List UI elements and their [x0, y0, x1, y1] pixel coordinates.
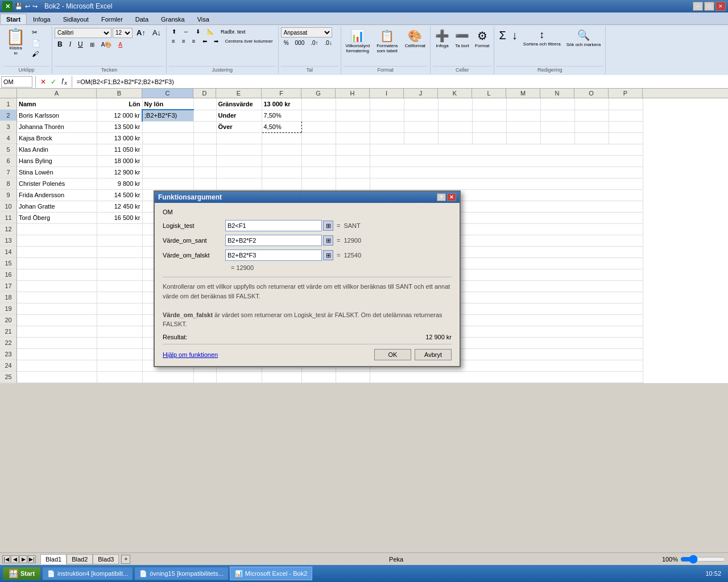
- col-header-o[interactable]: O: [574, 89, 609, 98]
- conditional-format-button[interactable]: 📊 Villkorsstyrd formatering: [344, 27, 372, 55]
- align-bottom-button[interactable]: ⬇: [193, 27, 203, 36]
- dialog-help-button[interactable]: ?: [437, 193, 446, 201]
- delete-cells-button[interactable]: ➖ Ta bort: [453, 27, 471, 50]
- cell-h5[interactable]: [336, 144, 370, 155]
- row-num-8[interactable]: 8: [0, 178, 16, 189]
- cell-a11[interactable]: Tord Öberg: [17, 212, 97, 223]
- cell-i2[interactable]: [370, 110, 404, 121]
- align-left-button[interactable]: ≡: [169, 37, 178, 45]
- increase-decimal-button[interactable]: .0↑: [308, 39, 321, 47]
- col-header-e[interactable]: E: [216, 89, 262, 98]
- cell-f7[interactable]: [262, 167, 301, 178]
- cell-b1[interactable]: Lön: [97, 98, 142, 110]
- cell-g2[interactable]: [301, 110, 336, 121]
- copy-button[interactable]: 📄: [29, 38, 43, 48]
- fill-color-button[interactable]: A🎨: [98, 40, 115, 49]
- cell-b7[interactable]: 12 900 kr: [97, 167, 142, 178]
- percent-button[interactable]: %: [281, 39, 292, 47]
- row-num-6[interactable]: 6: [0, 155, 16, 167]
- decrease-font-button[interactable]: A↓: [150, 27, 164, 38]
- cell-a10[interactable]: Johan Gratte: [17, 201, 97, 212]
- cell-d8[interactable]: [193, 178, 216, 189]
- cell-n3[interactable]: [540, 121, 574, 132]
- tab-visa[interactable]: Visa: [191, 14, 216, 24]
- cell-p1[interactable]: [609, 98, 643, 110]
- restore-button[interactable]: □: [704, 2, 714, 11]
- decrease-decimal-button[interactable]: .0↓: [322, 39, 335, 47]
- cell-b2[interactable]: 12 000 kr: [97, 110, 142, 121]
- row-num-25[interactable]: 25: [0, 371, 16, 383]
- cell-c2[interactable]: ;B2+B2*F3): [142, 110, 193, 121]
- row-num-14[interactable]: 14: [0, 246, 16, 257]
- cell-j3[interactable]: [404, 121, 438, 132]
- arg-picker-logisk-test[interactable]: ⊞: [323, 221, 333, 231]
- cell-a8[interactable]: Christer Polenés: [17, 178, 97, 189]
- cell-i4[interactable]: [370, 132, 404, 144]
- bold-button[interactable]: B: [55, 39, 65, 49]
- italic-button[interactable]: I: [67, 39, 74, 49]
- row-num-16[interactable]: 16: [0, 269, 16, 280]
- row-num-1[interactable]: 1: [0, 98, 16, 110]
- cell-f6[interactable]: [262, 155, 301, 167]
- row-num-3[interactable]: 3: [0, 121, 16, 132]
- col-header-l[interactable]: L: [472, 89, 506, 98]
- cell-a2[interactable]: Boris Karlsson: [17, 110, 97, 121]
- col-header-p[interactable]: P: [609, 89, 643, 98]
- cell-c7[interactable]: [142, 167, 193, 178]
- cell-f1[interactable]: 13 000 kr: [262, 98, 301, 110]
- col-header-f[interactable]: F: [262, 89, 301, 98]
- tab-granska[interactable]: Granska: [155, 14, 191, 24]
- align-center-button[interactable]: ≡: [179, 37, 188, 45]
- cell-d2[interactable]: [193, 110, 216, 121]
- cell-f8[interactable]: [262, 178, 301, 189]
- cell-f5[interactable]: [262, 144, 301, 155]
- cell-f2[interactable]: 7,50%: [262, 110, 301, 121]
- align-middle-button[interactable]: ↔: [180, 27, 192, 36]
- cell-b8[interactable]: 9 800 kr: [97, 178, 142, 189]
- font-color-button[interactable]: A: [115, 40, 125, 49]
- cell-e4[interactable]: [216, 132, 262, 144]
- tab-sidlayout[interactable]: Sidlayout: [57, 14, 95, 24]
- cell-k3[interactable]: [438, 121, 472, 132]
- tab-formler[interactable]: Formler: [95, 14, 129, 24]
- cell-h8[interactable]: [336, 178, 370, 189]
- underline-button[interactable]: U: [75, 39, 86, 49]
- row-num-12[interactable]: 12: [0, 223, 16, 235]
- cell-j2[interactable]: [404, 110, 438, 121]
- close-button[interactable]: ✕: [715, 2, 726, 11]
- format-cells-button[interactable]: ⚙ Format: [473, 27, 491, 50]
- cell-e2[interactable]: Under: [216, 110, 262, 121]
- indent-decrease-button[interactable]: ⬅: [200, 37, 210, 45]
- arg-input-logisk-test[interactable]: [225, 220, 322, 231]
- dialog-cancel-button[interactable]: Avbryt: [415, 349, 452, 360]
- fill-button[interactable]: ↓: [510, 27, 520, 44]
- cell-f4[interactable]: [262, 132, 301, 144]
- cell-e6[interactable]: [216, 155, 262, 167]
- row-num-2[interactable]: 2: [0, 110, 16, 121]
- cell-style-button[interactable]: 🎨 Cellformat: [403, 27, 428, 50]
- cancel-formula-button[interactable]: ✕: [39, 78, 48, 86]
- row-num-17[interactable]: 17: [0, 280, 16, 292]
- merge-center-button[interactable]: Centrera över kolumner: [222, 37, 276, 45]
- col-header-k[interactable]: K: [438, 89, 472, 98]
- sum-button[interactable]: Σ: [497, 27, 508, 44]
- row-num-22[interactable]: 22: [0, 337, 16, 348]
- cell-m3[interactable]: [506, 121, 540, 132]
- paste-button[interactable]: 📋 Klistrain: [3, 27, 28, 57]
- col-header-j[interactable]: J: [404, 89, 438, 98]
- row-num-19[interactable]: 19: [0, 303, 16, 314]
- cell-c3[interactable]: [142, 121, 193, 132]
- cell-rest-7[interactable]: [370, 167, 643, 178]
- arg-picker-varde-falskt[interactable]: ⊞: [323, 250, 333, 260]
- row-num-20[interactable]: 20: [0, 314, 16, 326]
- cell-m4[interactable]: [506, 132, 540, 144]
- row-num-23[interactable]: 23: [0, 348, 16, 360]
- formula-input[interactable]: =OM(B2<F1;B2+B2*F2;B2+B2*F3): [75, 76, 727, 88]
- cell-l4[interactable]: [472, 132, 506, 144]
- cell-d6[interactable]: [193, 155, 216, 167]
- row-num-7[interactable]: 7: [0, 167, 16, 178]
- indent-increase-button[interactable]: ➡: [211, 37, 221, 45]
- quick-access-redo[interactable]: ↪: [32, 3, 38, 10]
- number-format-select[interactable]: Anpassat: [281, 27, 332, 38]
- cell-d3[interactable]: [193, 121, 216, 132]
